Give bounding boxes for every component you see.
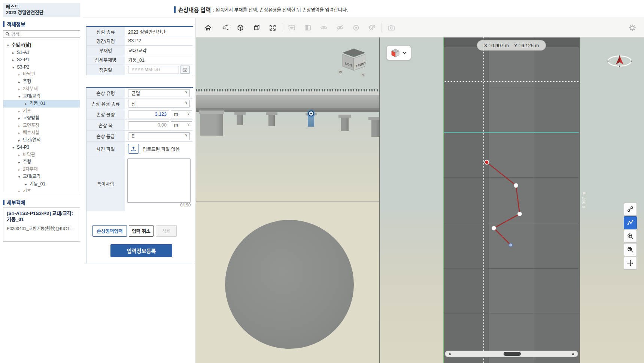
tree-collapsed-icon[interactable]: ▸ [18, 115, 23, 122]
measure-link-tool-button[interactable] [624, 203, 637, 216]
tree-item-S2-P1[interactable]: ▸S2-P1 [3, 56, 80, 64]
damage-kind-select[interactable]: 선 ∨ [128, 100, 190, 108]
tree-collapsed-icon[interactable]: ▸ [12, 57, 17, 64]
tree-item-2차부재[interactable]: ▸2차부재 [3, 85, 80, 93]
tree-item-S1-A1[interactable]: ▸S1-A1 [3, 49, 80, 57]
damage-width-input[interactable]: 0.00 [128, 121, 169, 129]
detail-object-box[interactable]: [S1-A1S2-P1S3-P2] 교대/교각: 기둥_01 P0200401_… [3, 207, 80, 242]
tree-expanded-icon[interactable]: ▾ [18, 93, 23, 101]
tree-collapsed-icon[interactable]: ▸ [18, 159, 23, 166]
select-visibility-icon[interactable] [288, 24, 296, 32]
calendar-button[interactable] [180, 66, 190, 74]
damage-quantity-input[interactable]: 3.123 [128, 111, 169, 118]
tree-item-바닥판[interactable]: ▸바닥판 [3, 71, 80, 78]
tree-item-교대/교각[interactable]: ▾교대/교각 [3, 173, 80, 181]
damage-type-select[interactable]: 균열 ∨ [128, 89, 190, 97]
pier-elevation-surface[interactable] [444, 37, 579, 363]
home-icon[interactable] [204, 24, 212, 32]
tree-collapsed-icon[interactable]: ▸ [18, 130, 23, 137]
tree-item-기둥_01[interactable]: ▸기둥_01 [3, 181, 80, 188]
tree-collapsed-icon[interactable]: ▸ [18, 166, 23, 174]
crosshair-vertical-line [483, 37, 484, 363]
tree-item-주형[interactable]: ▸주형 [3, 78, 80, 86]
inspection-info-table: 점검 종류 2023 정밀안전진단 경간/지점 S3-P2 부재명 교대/교각 … [86, 26, 193, 75]
tree-item-기초[interactable]: ▸기초 [3, 108, 80, 115]
quantity-unit-select[interactable]: m ∨ [171, 111, 192, 118]
fullscreen-icon[interactable] [268, 24, 277, 32]
tree-item-기초[interactable]: ▸기초 [3, 188, 80, 192]
draw-polyline-icon [627, 219, 634, 226]
scrollbar-thumb[interactable] [504, 352, 521, 356]
tree-item-S4-P3[interactable]: ▾S4-P3 [3, 144, 80, 151]
bridge-deck-flange [196, 108, 379, 111]
pan-tool-button[interactable] [624, 257, 637, 270]
tree-item-주형[interactable]: ▸주형 [3, 158, 80, 166]
tree-item-label: 교면포장 [23, 123, 39, 128]
tree-item-S3-P2[interactable]: ▾S3-P2 [3, 64, 80, 71]
zoom-in-tool-button[interactable] [624, 230, 637, 243]
tree-item-기둥_01[interactable]: ▸기둥_01 [3, 100, 80, 108]
tree-item-교량받침[interactable]: ▸교량받침 [3, 115, 80, 122]
tree-collapsed-icon[interactable]: ▸ [18, 71, 23, 79]
tree-item-난간/연석[interactable]: ▸난간/연석 [3, 137, 80, 144]
tree-item-바닥판[interactable]: ▸바닥판 [3, 151, 80, 159]
tree-collapsed-icon[interactable]: ▸ [18, 86, 23, 93]
clear-paint-icon[interactable] [368, 24, 376, 32]
photo-upload-button[interactable] [128, 144, 139, 154]
cube-box-icon[interactable] [252, 24, 261, 32]
scroll-left-arrow[interactable] [449, 353, 451, 355]
search-input[interactable]: 검색.. [3, 30, 80, 38]
damage-grade-select[interactable]: E ∨ [128, 132, 190, 140]
viewport-3d[interactable]: LEFT FRONT W S [196, 37, 379, 202]
inspection-date-input[interactable]: YYYY-MM-DD [128, 66, 179, 73]
tree-item-교면포장[interactable]: ▸교면포장 [3, 122, 80, 130]
tree-item-수입교(상)[interactable]: ▾수입교(상) [3, 42, 80, 49]
pier-cross-section-circle [225, 220, 354, 349]
tree-collapsed-icon[interactable]: ▸ [12, 49, 17, 57]
reference-teal-line [444, 132, 579, 133]
viewport-section[interactable] [196, 202, 379, 363]
tree-item-배수시설[interactable]: ▸배수시설 [3, 129, 80, 137]
tree-collapsed-icon[interactable]: ▸ [18, 137, 23, 145]
settings-button[interactable] [628, 24, 637, 32]
tree-collapsed-icon[interactable]: ▸ [18, 79, 23, 86]
damage-area-input-button[interactable]: 손상영역입력 [92, 225, 127, 237]
note-textarea[interactable] [127, 158, 191, 203]
tree-item-교대/교각[interactable]: ▾교대/교각 [3, 93, 80, 100]
tree-collapsed-icon[interactable]: ▸ [18, 108, 23, 115]
contrast-icon[interactable] [304, 24, 312, 32]
register-input-button[interactable]: 입력정보등록 [110, 244, 172, 257]
navigation-cube[interactable]: LEFT FRONT W S [337, 48, 370, 80]
scroll-right-arrow[interactable] [572, 353, 574, 355]
tree-collapsed-icon[interactable]: ▸ [25, 100, 30, 108]
show-all-icon[interactable] [320, 24, 328, 32]
hide-all-icon[interactable] [336, 24, 344, 32]
orbit-icon[interactable] [220, 24, 228, 32]
draw-polyline-tool-button[interactable] [624, 216, 637, 229]
zoom-reset-tool-button[interactable] [624, 243, 637, 256]
grid-line [534, 37, 534, 363]
viewport-elevation[interactable]: X : 0.907 m Y : 6.125 m 6.997 m [379, 37, 644, 363]
tree-expanded-icon[interactable]: ▾ [12, 64, 17, 72]
tree-item-2차부재[interactable]: ▸2차부재 [3, 166, 80, 173]
tree-collapsed-icon[interactable]: ▸ [18, 152, 23, 159]
view-orientation-button[interactable] [386, 45, 411, 60]
screenshot-icon[interactable] [387, 24, 395, 32]
measure-link-icon [627, 206, 634, 213]
toolbar-divider [382, 23, 382, 32]
isolate-icon[interactable] [352, 24, 360, 32]
horizontal-scrollbar[interactable] [445, 351, 578, 357]
width-unit-select[interactable]: m ∨ [171, 121, 192, 129]
cube-perspective-icon[interactable] [236, 24, 244, 32]
tree-collapsed-icon[interactable]: ▸ [25, 181, 30, 188]
tree-expanded-icon[interactable]: ▾ [7, 42, 12, 49]
input-cancel-button[interactable]: 입력 취소 [129, 225, 154, 237]
tree-expanded-icon[interactable]: ▾ [18, 173, 23, 181]
delete-button[interactable]: 삭제 [156, 225, 177, 237]
tree-expanded-icon[interactable]: ▾ [12, 144, 17, 152]
tree-collapsed-icon[interactable]: ▸ [18, 122, 23, 130]
inspection-name: 2023 정밀안전진단 [6, 10, 77, 16]
tree-collapsed-icon[interactable]: ▸ [18, 188, 23, 192]
row-label: 경간/지점 [86, 36, 125, 45]
row-label: 상세부재명 [86, 55, 125, 64]
